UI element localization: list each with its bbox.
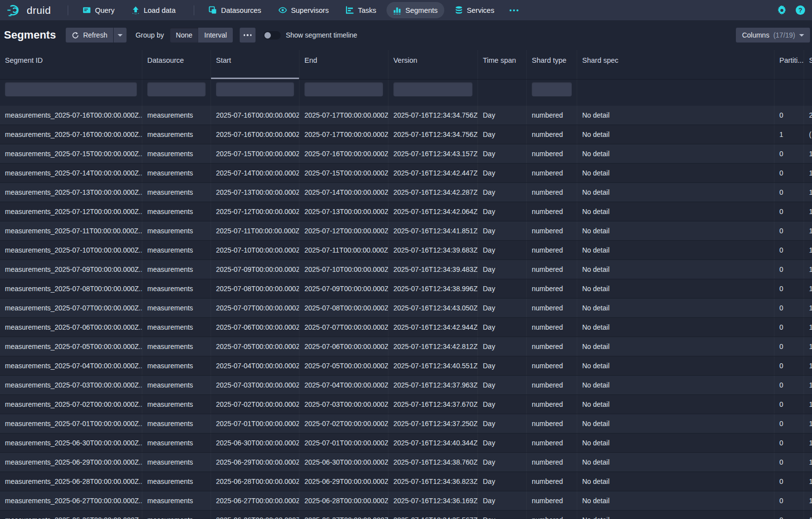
cell-shard_spec: No detail <box>577 183 774 202</box>
cell-shard_spec: No detail <box>577 511 774 519</box>
cell-size: 1 <box>804 376 812 394</box>
cell-partition: 0 <box>774 279 804 298</box>
cell-size: 1 <box>804 260 812 279</box>
nav-item-load-data[interactable]: Load data <box>125 2 182 18</box>
cell-segment_id: measurements_2025-07-15T00:00:00.000Z... <box>0 144 142 163</box>
cell-start: 2025-07-16T00:00:00.000Z <box>211 125 299 144</box>
filter-input-datasource[interactable] <box>147 82 206 96</box>
cell-time_span: Day <box>478 279 527 298</box>
cell-version: 2025-07-16T12:34:37.670Z <box>388 395 478 414</box>
cell-datasource: measurements <box>142 106 211 125</box>
nav-item-services[interactable]: Services <box>448 2 501 18</box>
table-row[interactable]: measurements_2025-07-06T00:00:00.000Z...… <box>0 318 812 337</box>
table-row[interactable]: measurements_2025-06-29T00:00:00.000Z...… <box>0 453 812 472</box>
cell-end: 2025-07-01T00:00:00.000Z <box>299 433 388 452</box>
header-version[interactable]: Version <box>388 50 478 79</box>
nav-item-datasources[interactable]: Datasources <box>202 2 267 18</box>
table-row[interactable]: measurements_2025-06-30T00:00:00.000Z...… <box>0 433 812 453</box>
druid-console: druid Query Load data <box>0 0 812 519</box>
group-by-interval-button[interactable]: Interval <box>198 28 233 43</box>
cell-shard_type: numbered <box>527 144 577 163</box>
table-row[interactable]: measurements_2025-07-08T00:00:00.000Z...… <box>0 279 812 299</box>
help-button[interactable]: ? <box>796 5 805 15</box>
header-end[interactable]: End <box>299 50 388 79</box>
filter-input-end[interactable] <box>304 82 383 96</box>
table-row[interactable]: measurements_2025-07-12T00:00:00.000Z...… <box>0 202 812 221</box>
table-row[interactable]: measurements_2025-07-05T00:00:00.000Z...… <box>0 337 812 356</box>
cell-start: 2025-07-11T00:00:00.000Z <box>211 221 299 240</box>
refresh-interval-dropdown[interactable] <box>114 28 127 43</box>
cell-shard_spec: No detail <box>577 491 774 510</box>
nav-more-button[interactable] <box>505 5 523 15</box>
table-row[interactable]: measurements_2025-07-03T00:00:00.000Z...… <box>0 376 812 395</box>
columns-button[interactable]: Columns (17/19) <box>736 28 810 43</box>
nav-item-label: Tasks <box>358 6 376 14</box>
cell-shard_spec: No detail <box>577 318 774 337</box>
header-start[interactable]: Start <box>211 50 299 79</box>
settings-button[interactable] <box>777 5 787 15</box>
cell-shard_type: numbered <box>527 279 577 298</box>
table-row[interactable]: measurements_2025-07-09T00:00:00.000Z...… <box>0 260 812 279</box>
cell-time_span: Day <box>478 414 527 433</box>
group-by-none-button[interactable]: None <box>170 28 198 43</box>
cell-end: 2025-07-07T00:00:00.000Z <box>299 318 388 337</box>
header-datasource[interactable]: Datasource <box>142 50 211 79</box>
filter-input-start[interactable] <box>216 82 294 96</box>
table-row[interactable]: measurements_2025-07-02T00:00:00.000Z...… <box>0 395 812 414</box>
cell-start: 2025-07-10T00:00:00.000Z <box>211 241 299 260</box>
table-row[interactable]: measurements_2025-06-26T00:00:00.000Z...… <box>0 511 812 519</box>
cell-end: 2025-07-03T00:00:00.000Z <box>299 395 388 414</box>
druid-logo[interactable]: druid <box>7 3 51 17</box>
cell-partition: 0 <box>774 376 804 394</box>
table-row[interactable]: measurements_2025-07-14T00:00:00.000Z...… <box>0 164 812 183</box>
table-row[interactable]: measurements_2025-07-11T00:00:00.000Z...… <box>0 221 812 241</box>
nav-item-tasks[interactable]: Tasks <box>339 2 383 18</box>
table-row[interactable]: measurements_2025-06-27T00:00:00.000Z...… <box>0 491 812 511</box>
cell-time_span: Day <box>478 511 527 519</box>
cell-end: 2025-06-27T00:00:00.000Z <box>299 511 388 519</box>
header-shard_spec[interactable]: Shard spec <box>577 50 774 79</box>
cell-partition: 0 <box>774 221 804 240</box>
cell-end: 2025-07-02T00:00:00.000Z <box>299 414 388 433</box>
toolbar-more-button[interactable] <box>240 28 256 43</box>
table-header: Segment IDDatasourceStartEndVersionTime … <box>0 50 812 79</box>
header-size[interactable]: S <box>804 50 812 79</box>
table-row[interactable]: measurements_2025-07-01T00:00:00.000Z...… <box>0 414 812 433</box>
columns-label: Columns <box>742 31 769 39</box>
nav-item-query[interactable]: Query <box>76 2 121 18</box>
table-row[interactable]: measurements_2025-07-16T00:00:00.000Z...… <box>0 106 812 125</box>
nav-items: Query Load data Datasources <box>76 2 523 18</box>
table-row[interactable]: measurements_2025-07-13T00:00:00.000Z...… <box>0 183 812 202</box>
header-partition[interactable]: Partiti... <box>774 50 804 79</box>
filter-input-shard_type[interactable] <box>532 82 572 96</box>
cell-datasource: measurements <box>142 144 211 163</box>
cell-size: 1 <box>804 472 812 491</box>
cell-size: ( <box>804 125 812 144</box>
cell-time_span: Day <box>478 221 527 240</box>
table-row[interactable]: measurements_2025-07-16T00:00:00.000Z...… <box>0 125 812 144</box>
header-shard_type[interactable]: Shard type <box>527 50 577 79</box>
cell-time_span: Day <box>478 356 527 375</box>
table-row[interactable]: measurements_2025-07-07T00:00:00.000Z...… <box>0 299 812 318</box>
cell-partition: 0 <box>774 260 804 279</box>
toggle-knob <box>264 32 271 39</box>
table-row[interactable]: measurements_2025-07-04T00:00:00.000Z...… <box>0 356 812 376</box>
nav-item-label: Load data <box>144 6 176 14</box>
refresh-button[interactable]: Refresh <box>66 28 113 43</box>
table-row[interactable]: measurements_2025-07-10T00:00:00.000Z...… <box>0 241 812 260</box>
header-time_span[interactable]: Time span <box>478 50 527 79</box>
cell-start: 2025-06-28T00:00:00.000Z <box>211 472 299 491</box>
table-row[interactable]: measurements_2025-07-15T00:00:00.000Z...… <box>0 144 812 164</box>
cell-version: 2025-07-16T12:34:36.823Z <box>388 472 478 491</box>
filter-input-version[interactable] <box>393 82 472 96</box>
nav-item-segments[interactable]: Segments <box>386 2 444 18</box>
header-segment_id[interactable]: Segment ID <box>0 50 142 79</box>
cell-end: 2025-07-11T00:00:00.000Z <box>299 241 388 260</box>
segment-timeline-toggle[interactable] <box>263 31 281 40</box>
cell-partition: 0 <box>774 472 804 491</box>
cell-end: 2025-07-17T00:00:00.000Z <box>299 106 388 125</box>
filter-input-segment_id[interactable] <box>5 82 137 96</box>
nav-item-supervisors[interactable]: Supervisors <box>272 2 336 18</box>
table-row[interactable]: measurements_2025-06-28T00:00:00.000Z...… <box>0 472 812 491</box>
cell-shard_spec: No detail <box>577 221 774 240</box>
